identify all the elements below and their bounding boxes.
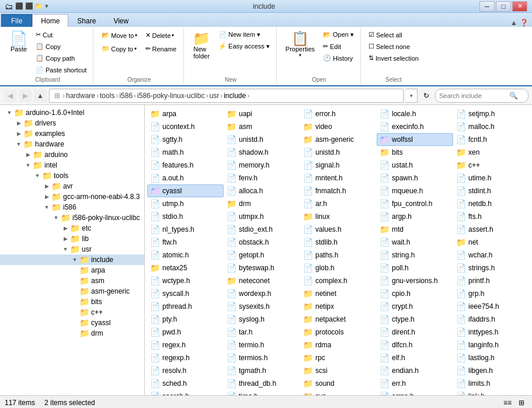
file-item-err-h[interactable]: 📄err.h bbox=[377, 377, 453, 390]
tree-item-include[interactable]: ▼ 📁 include bbox=[0, 254, 144, 265]
file-item-netinet[interactable]: 📁netinet bbox=[300, 287, 377, 300]
file-item-dlfcn-h[interactable]: 📄dlfcn.h bbox=[377, 339, 453, 351]
open-button[interactable]: 📂 Open ▾ bbox=[320, 29, 357, 40]
file-item-ustat-h[interactable]: 📄ustat.h bbox=[377, 159, 453, 172]
file-item-regexp-h[interactable]: 📄regexp.h bbox=[147, 351, 224, 364]
file-item-setjmp-h[interactable]: 📄setjmp.h bbox=[453, 107, 530, 120]
file-item-malloc-h[interactable]: 📄malloc.h bbox=[453, 120, 530, 133]
file-item-tgmath-h[interactable]: 📄tgmath.h bbox=[224, 364, 300, 377]
cut-button[interactable]: ✂ Cut bbox=[33, 29, 89, 40]
minimize-button[interactable]: ─ bbox=[479, 1, 495, 12]
file-item-wolfssl[interactable]: 📁wolfssl bbox=[377, 133, 453, 146]
file-item-link-h[interactable]: 📄link.h bbox=[453, 390, 530, 395]
file-item-video[interactable]: 📁video bbox=[300, 120, 377, 133]
tree-item-uclibc[interactable]: ▼ 📁 i586-poky-linux-uclibc bbox=[0, 212, 144, 223]
file-item-inttypes-h[interactable]: 📄inttypes.h bbox=[453, 326, 530, 339]
tree-item-drivers[interactable]: ▶ 📁 drivers bbox=[0, 118, 144, 128]
tree-item-intel[interactable]: ▼ 📁 intel bbox=[0, 160, 144, 170]
tree-item-cpp[interactable]: 📁 c++ bbox=[0, 307, 144, 318]
file-item-xen[interactable]: 📁xen bbox=[453, 146, 530, 159]
tree-item-hardware[interactable]: ▼ 📁 hardware bbox=[0, 139, 144, 149]
file-item-utmpx-h[interactable]: 📄utmpx.h bbox=[224, 210, 300, 223]
tree-item-usr[interactable]: ▼ 📁 usr bbox=[0, 244, 144, 254]
close-button[interactable]: ✕ bbox=[512, 1, 527, 12]
search-input[interactable] bbox=[439, 92, 509, 99]
file-item-ifaddrs-h[interactable]: 📄ifaddrs.h bbox=[453, 313, 530, 326]
file-item-assert-h[interactable]: 📄assert.h bbox=[453, 223, 530, 236]
file-item-sched-h[interactable]: 📄sched.h bbox=[147, 377, 224, 390]
file-item-execinfo-h[interactable]: 📄execinfo.h bbox=[377, 120, 453, 133]
file-item-ftw-h[interactable]: 📄ftw.h bbox=[147, 236, 224, 249]
tree-item-lib[interactable]: ▶ 📁 lib bbox=[0, 233, 144, 244]
tree-item-gcc[interactable]: ▶ 📁 gcc-arm-none-eabi-4.8.3 bbox=[0, 191, 144, 202]
file-item-c--[interactable]: 📁c++ bbox=[453, 159, 530, 172]
file-item-netpacket[interactable]: 📁netpacket bbox=[300, 313, 377, 326]
file-item-fpu-control-h[interactable]: 📄fpu_control.h bbox=[377, 197, 453, 210]
file-item-scsi[interactable]: 📁scsi bbox=[300, 364, 377, 377]
move-to-button[interactable]: 📂 Move to ▾ bbox=[98, 29, 141, 41]
file-item-ctype-h[interactable]: 📄ctype.h bbox=[377, 313, 453, 326]
file-item-signal-h[interactable]: 📄signal.h bbox=[300, 159, 377, 172]
paste-button[interactable]: 📄 Paste bbox=[6, 29, 32, 55]
address-path[interactable]: ⊞ › hardware › tools › i586 › i586-poky-… bbox=[49, 89, 404, 103]
file-item-alloca-h[interactable]: 📄alloca.h bbox=[224, 184, 300, 197]
file-item-utmp-h[interactable]: 📄utmp.h bbox=[147, 197, 224, 210]
file-item-netdb-h[interactable]: 📄netdb.h bbox=[453, 197, 530, 210]
tab-share[interactable]: Share bbox=[68, 14, 105, 27]
file-item-regex-h[interactable]: 📄regex.h bbox=[147, 339, 224, 351]
path-tools[interactable]: tools bbox=[100, 92, 114, 100]
file-item-tar-h[interactable]: 📄tar.h bbox=[224, 326, 300, 339]
file-item-cpio-h[interactable]: 📄cpio.h bbox=[377, 287, 453, 300]
tree-item-cyassl[interactable]: 📁 cyassl bbox=[0, 318, 144, 328]
tree-item-etc[interactable]: ▶ 📁 etc bbox=[0, 223, 144, 233]
invert-selection-button[interactable]: ⇅ Invert selection bbox=[366, 53, 422, 64]
tree-item-arpa[interactable]: 📁 arpa bbox=[0, 265, 144, 276]
tab-view[interactable]: View bbox=[105, 14, 137, 27]
address-dropdown[interactable]: ▾ bbox=[406, 89, 418, 103]
copy-path-button[interactable]: 📋 Copy path bbox=[33, 53, 89, 64]
tree-item-drm[interactable]: 📁 drm bbox=[0, 328, 144, 339]
file-item-wait-h[interactable]: 📄wait.h bbox=[377, 236, 453, 249]
file-item-unistd-h[interactable]: 📄unistd.h bbox=[224, 133, 300, 146]
file-item-cyassl[interactable]: 📁cyassl bbox=[147, 184, 224, 197]
file-item-a-out-h[interactable]: 📄a.out.h bbox=[147, 172, 224, 184]
file-item-stdlib-h[interactable]: 📄stdlib.h bbox=[300, 236, 377, 249]
file-item-string-h[interactable]: 📄string.h bbox=[377, 249, 453, 261]
file-item-asm[interactable]: 📁asm bbox=[224, 120, 300, 133]
refresh-button[interactable]: ↻ bbox=[420, 89, 433, 102]
file-item-nl-types-h[interactable]: 📄nl_types.h bbox=[147, 223, 224, 236]
file-item-stdint-h[interactable]: 📄stdint.h bbox=[453, 184, 530, 197]
file-item-lastlog-h[interactable]: 📄lastlog.h bbox=[453, 351, 530, 364]
tree-item-bits[interactable]: 📁 bits bbox=[0, 297, 144, 307]
file-item-drm[interactable]: 📁drm bbox=[224, 197, 300, 210]
file-item-netax25[interactable]: 📁netax25 bbox=[147, 261, 224, 274]
file-item-spawn-h[interactable]: 📄spawn.h bbox=[377, 172, 453, 184]
file-item-thread-db-h[interactable]: 📄thread_db.h bbox=[224, 377, 300, 390]
file-item-mtd[interactable]: 📁mtd bbox=[377, 223, 453, 236]
file-item-langinfo-h[interactable]: 📄langinfo.h bbox=[453, 339, 530, 351]
file-item-endian-h[interactable]: 📄endian.h bbox=[377, 364, 453, 377]
file-item-sound[interactable]: 📁sound bbox=[300, 377, 377, 390]
easy-access-button[interactable]: ⚡ Easy access ▾ bbox=[215, 41, 273, 52]
file-item-bits[interactable]: 📁bits bbox=[377, 146, 453, 159]
file-item-values-h[interactable]: 📄values.h bbox=[300, 223, 377, 236]
file-item-ucontext-h[interactable]: 📄ucontext.h bbox=[147, 120, 224, 133]
file-item-syscall-h[interactable]: 📄syscall.h bbox=[147, 287, 224, 300]
new-item-button[interactable]: 📄 New item ▾ bbox=[215, 29, 273, 40]
file-item-strings-h[interactable]: 📄strings.h bbox=[453, 261, 530, 274]
file-item-termios-h[interactable]: 📄termios.h bbox=[224, 351, 300, 364]
file-item-asm-generic[interactable]: 📁asm-generic bbox=[300, 133, 377, 146]
file-item-ar-h[interactable]: 📄ar.h bbox=[300, 197, 377, 210]
tab-home[interactable]: Home bbox=[32, 14, 68, 27]
ribbon-minimize-icon[interactable]: ▲ bbox=[510, 19, 517, 27]
file-item-linux[interactable]: 📁linux bbox=[300, 210, 377, 223]
file-item-mqueue-h[interactable]: 📄mqueue.h bbox=[377, 184, 453, 197]
path-hardware[interactable]: hardware bbox=[66, 92, 95, 100]
history-button[interactable]: 🕐 History bbox=[320, 53, 357, 64]
new-folder-button[interactable]: 📁 Newfolder bbox=[189, 29, 214, 62]
file-item-stdio-ext-h[interactable]: 📄stdio_ext.h bbox=[224, 223, 300, 236]
file-item-ieee754-h[interactable]: 📄ieee754.h bbox=[453, 300, 530, 313]
path-uclibc[interactable]: i586-poky-linux-uclibc bbox=[137, 92, 204, 100]
file-item-pwd-h[interactable]: 📄pwd.h bbox=[147, 326, 224, 339]
file-item-fcntl-h[interactable]: 📄fcntl.h bbox=[453, 133, 530, 146]
